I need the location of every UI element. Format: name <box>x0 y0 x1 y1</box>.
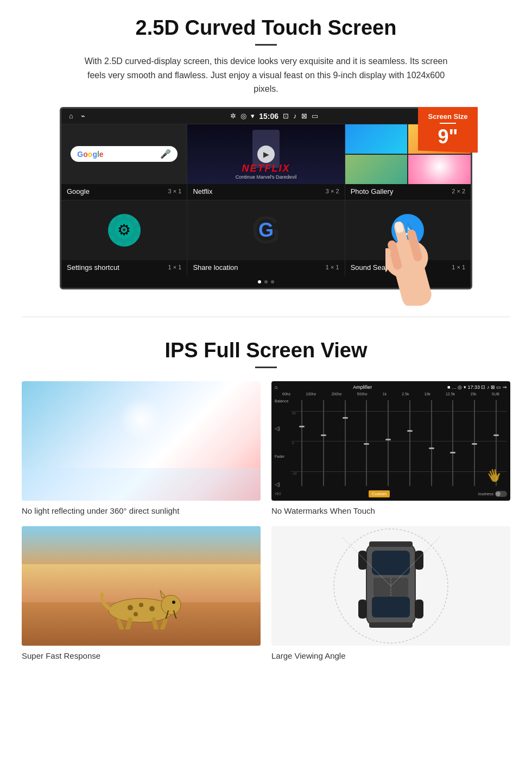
amp-status-bar: ⌂ Amplifier ■ … ◎ ▾ 17:33 ⊡ ♪ ⊠ ▭ ⇒ <box>275 384 507 390</box>
google-app-label: Google <box>67 187 90 195</box>
google-thumb: Google 🎤 <box>61 124 187 184</box>
amp-caption: No Watermarks When Touch <box>271 506 510 515</box>
app-cell-share[interactable]: G G Share location 1 × 1 <box>187 200 345 276</box>
usb-icon: ⌁ <box>81 112 85 120</box>
volume-icon[interactable]: ♪ <box>293 112 297 120</box>
mic-icon[interactable]: 🎤 <box>160 149 171 159</box>
google-logo: Google <box>77 150 103 159</box>
share-app-size: 1 × 1 <box>326 264 339 270</box>
section1-title: 2.5D Curved Touch Screen <box>22 16 510 40</box>
netflix-app-size: 3 × 2 <box>326 188 339 194</box>
app-cell-settings[interactable]: ⚙ ⚙ Settings shortcut 1 × 1 <box>61 200 187 276</box>
svg-rect-25 <box>369 622 413 628</box>
share-label-row: Share location 1 × 1 <box>187 260 344 276</box>
netflix-app-label: Netflix <box>193 187 212 195</box>
google-app-size: 3 × 1 <box>168 188 182 194</box>
svg-rect-21 <box>372 551 410 575</box>
sky-caption: No light reflecting under 360° direct su… <box>22 506 261 515</box>
section-curved-screen: 2.5D Curved Touch Screen With 2.5D curve… <box>0 0 532 300</box>
cheetah-image <box>22 526 261 646</box>
section1-description: With 2.5D curved-display screen, this de… <box>76 54 456 96</box>
photo-card-3 <box>345 155 408 184</box>
svg-point-8 <box>161 595 181 615</box>
svg-rect-29 <box>415 600 423 619</box>
netflix-subtitle: Continue Marvel's Daredevil <box>192 174 340 180</box>
dot-2 <box>264 280 268 283</box>
badge-divider <box>440 123 456 124</box>
badge-size: 9" <box>422 126 473 148</box>
feature-car: Large Viewing Angle <box>271 526 510 660</box>
feature-amp: ⌂ Amplifier ■ … ◎ ▾ 17:33 ⊡ ♪ ⊠ ▭ ⇒ 60hz… <box>271 381 510 515</box>
badge-label: Screen Size <box>422 112 473 121</box>
sky-image <box>22 381 261 501</box>
sky-sun <box>119 398 163 441</box>
status-bar-center: ✲ ◎ ▾ 15:06 ⊡ ♪ ⊠ ▭ <box>230 112 318 121</box>
svg-rect-27 <box>415 551 423 570</box>
amp-home: ⌂ <box>275 384 277 390</box>
app-cell-google[interactable]: Google 🎤 Google 3 × 1 <box>61 124 187 200</box>
loudness-toggle[interactable] <box>495 491 507 497</box>
svg-point-12 <box>134 612 138 616</box>
settings-label-row: Settings shortcut 1 × 1 <box>61 260 187 276</box>
share-thumb: G G <box>187 200 344 260</box>
svg-rect-24 <box>369 541 413 547</box>
settings-app-size: 1 × 1 <box>168 264 182 270</box>
svg-rect-22 <box>372 597 410 617</box>
amp-icons: ■ … ◎ ▾ 17:33 ⊡ ♪ ⊠ ▭ ⇒ <box>447 384 507 390</box>
app-cell-netflix[interactable]: ▶ NETFLIX Continue Marvel's Daredevil Ne… <box>187 124 345 200</box>
status-bar: ⌂ ⌁ ✲ ◎ ▾ 15:06 ⊡ ♪ ⊠ ▭ <box>61 109 471 124</box>
svg-rect-28 <box>358 600 367 619</box>
feature-cheetah: Super Fast Response <box>22 526 261 660</box>
photo-card-4 <box>408 155 471 184</box>
svg-point-10 <box>139 603 143 607</box>
home-icon[interactable]: ⌂ <box>69 112 73 120</box>
section-divider <box>22 317 510 317</box>
share-app-label: Share location <box>193 263 238 272</box>
camera-icon[interactable]: ⊡ <box>283 112 289 120</box>
svg-rect-26 <box>358 551 367 570</box>
section-ips: IPS Full Screen View No light reflecting… <box>0 333 532 677</box>
bluetooth-icon: ✲ <box>230 112 236 120</box>
amp-image: ⌂ Amplifier ■ … ◎ ▾ 17:33 ⊡ ♪ ⊠ ▭ ⇒ 60hz… <box>271 381 510 501</box>
feature-sky: No light reflecting under 360° direct su… <box>22 381 261 515</box>
location-icon: ◎ <box>240 112 246 120</box>
status-bar-left: ⌂ ⌁ <box>69 112 85 120</box>
hand-overlay <box>385 186 456 306</box>
svg-marker-18 <box>160 590 166 598</box>
netflix-logo: NETFLIX <box>192 163 340 174</box>
window-icon[interactable]: ▭ <box>312 112 318 120</box>
section1-divider <box>255 44 277 46</box>
netflix-overlay: NETFLIX Continue Marvel's Daredevil <box>187 159 344 184</box>
status-time: 15:06 <box>259 112 278 121</box>
section2-title: IPS Full Screen View <box>22 339 510 362</box>
svg-point-17 <box>172 601 175 604</box>
car-image <box>271 526 510 646</box>
section2-divider <box>255 367 277 368</box>
svg-point-11 <box>149 606 155 611</box>
netflix-thumb: ▶ NETFLIX Continue Marvel's Daredevil <box>187 124 344 184</box>
amp-custom-btn[interactable]: Custom <box>369 490 390 497</box>
dot-1 <box>258 280 261 283</box>
google-search-bar[interactable]: Google 🎤 <box>71 146 178 162</box>
dot-3 <box>271 280 274 283</box>
signal-icon: ▾ <box>251 112 255 120</box>
amp-title: Amplifier <box>353 384 372 390</box>
close-icon[interactable]: ⊠ <box>301 112 307 120</box>
amp-freq-labels: 60hz100hz200hz500hz 1k2.5k10k12.5k 15kSU… <box>275 392 507 396</box>
amp-screen: ⌂ Amplifier ■ … ◎ ▾ 17:33 ⊡ ♪ ⊠ ▭ ⇒ 60hz… <box>271 381 510 501</box>
cheetah-caption: Super Fast Response <box>22 651 261 660</box>
car-caption: Large Viewing Angle <box>271 651 510 660</box>
device-container: Screen Size 9" ⌂ ⌁ ✲ ◎ ▾ 15:06 <box>22 107 510 289</box>
settings-thumb: ⚙ ⚙ <box>61 200 187 260</box>
netflix-label-row: Netflix 3 × 2 <box>187 184 344 200</box>
screen-size-badge: Screen Size 9" <box>418 107 478 153</box>
settings-app-label: Settings shortcut <box>67 263 119 272</box>
google-g-icon: G <box>258 219 274 242</box>
photo-card-1 <box>345 124 408 154</box>
feature-grid: No light reflecting under 360° direct su… <box>22 381 510 660</box>
svg-point-9 <box>128 605 133 610</box>
google-label-row: Google 3 × 1 <box>61 184 187 200</box>
